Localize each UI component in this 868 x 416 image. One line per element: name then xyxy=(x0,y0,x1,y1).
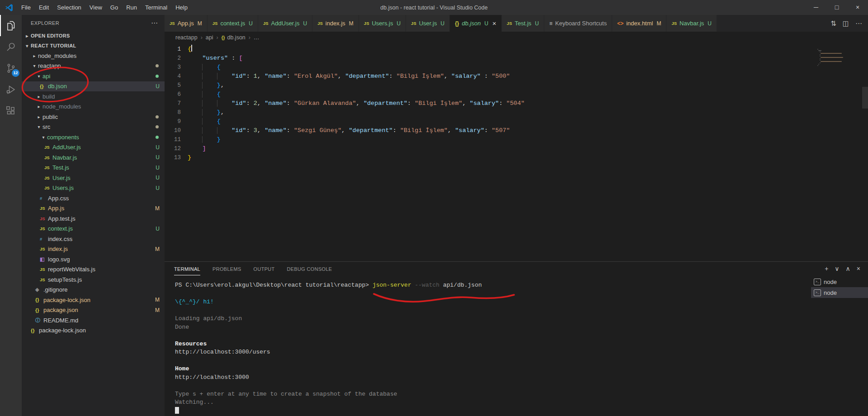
tree-item-navbar-js[interactable]: JSNavbar.jsU xyxy=(22,152,165,163)
menu-file[interactable]: File xyxy=(17,0,35,15)
breadcrumb-reactapp[interactable]: reactapp xyxy=(175,34,198,41)
code-line[interactable]: 1{ xyxy=(165,45,868,54)
tree-item-reactapp[interactable]: ▾reactapp xyxy=(22,61,165,71)
compare-changes-icon[interactable]: ⇅ xyxy=(827,19,840,28)
breadcrumb-db-json[interactable]: db.json xyxy=(227,34,245,41)
explorer-activity-icon[interactable] xyxy=(0,15,22,36)
split-editor-icon[interactable]: ◫ xyxy=(840,19,852,28)
tree-item-test-js[interactable]: JSTest.jsU xyxy=(22,163,165,173)
close-icon[interactable]: × xyxy=(492,19,496,27)
menu-help[interactable]: Help xyxy=(171,0,192,15)
tab-keyboard-shortcuts[interactable]: ≡Keyboard Shortcuts xyxy=(544,15,612,32)
tree-item-node-modules[interactable]: ▸node_modules xyxy=(22,102,165,112)
tree-item-app-js[interactable]: JSApp.jsM xyxy=(22,203,165,214)
new-terminal-button[interactable]: + xyxy=(821,265,831,272)
source-control-activity-icon[interactable]: 12 xyxy=(0,57,22,79)
tab-users-js[interactable]: JSUsers.jsU xyxy=(359,15,406,32)
minimap[interactable] xyxy=(817,49,861,66)
minimap-line xyxy=(821,57,843,58)
extensions-activity-icon[interactable] xyxy=(0,100,22,121)
panel-tab-output[interactable]: OUTPUT xyxy=(254,262,275,275)
tab-adduser-js[interactable]: JSAddUser.jsU xyxy=(258,15,312,32)
search-activity-icon[interactable] xyxy=(0,36,22,57)
code-line[interactable]: 13} xyxy=(165,153,868,162)
terminal-line: http://localhost:3000 xyxy=(175,373,811,382)
minimap-line xyxy=(817,49,818,50)
panel-tab-problems[interactable]: PROBLEMS xyxy=(212,262,241,275)
tree-item-index-js[interactable]: JSindex.jsM xyxy=(22,244,165,255)
breadcrumb-[interactable]: … xyxy=(254,34,259,41)
tree-item-gitignore[interactable]: ◈.gitignore xyxy=(22,285,165,295)
tab-navbar-js[interactable]: JSNavbar.jsU xyxy=(666,15,717,32)
window-maximize-button[interactable]: □ xyxy=(826,0,847,15)
menu-edit[interactable]: Edit xyxy=(35,0,53,15)
tab-status-badge: U xyxy=(303,20,307,27)
code-line[interactable]: 5 }, xyxy=(165,81,868,90)
menu-terminal[interactable]: Terminal xyxy=(141,0,171,15)
tree-item-users-js[interactable]: JSUsers.jsU xyxy=(22,183,165,194)
js-icon: JS xyxy=(170,21,175,26)
close-panel-button[interactable]: × xyxy=(854,265,863,272)
run-debug-activity-icon[interactable] xyxy=(0,79,22,100)
code-line[interactable]: 8 }, xyxy=(165,108,868,117)
terminal-instance-node[interactable]: >_node xyxy=(811,287,868,298)
tree-item-label: reactapp xyxy=(38,62,61,69)
panel-tab-debug-console[interactable]: DEBUG CONSOLE xyxy=(287,262,332,275)
menu-selection[interactable]: Selection xyxy=(53,0,85,15)
code-line[interactable]: 7 "id": 2, "name": "Gürkan Alavanda", "d… xyxy=(165,99,868,108)
breadcrumb-api[interactable]: api xyxy=(206,34,213,41)
tree-item-package-json[interactable]: {}package.jsonM xyxy=(22,305,165,316)
code-line[interactable]: 3 { xyxy=(165,63,868,72)
tree-item-setuptests-js[interactable]: JSsetupTests.js xyxy=(22,274,165,285)
code-line[interactable]: 9 { xyxy=(165,117,868,126)
tree-item-db-json[interactable]: {}db.jsonU xyxy=(22,81,165,92)
tree-item-logo-svg[interactable]: ◧logo.svg xyxy=(22,254,165,265)
tab-app-js[interactable]: JSApp.jsM xyxy=(165,15,207,32)
tree-item-package-lock-json[interactable]: {}package-lock.jsonM xyxy=(22,295,165,305)
window-close-button[interactable]: × xyxy=(847,0,868,15)
tree-item-reportwebvitals-js[interactable]: JSreportWebVitals.js xyxy=(22,265,165,275)
tab-user-js[interactable]: JSUser.jsU xyxy=(406,15,449,32)
tree-item-context-js[interactable]: JScontext.jsU xyxy=(22,224,165,234)
editor-scrollbar[interactable] xyxy=(862,87,868,109)
code-line[interactable]: 4 "id": 1, "name": "Erol Akgül", "depart… xyxy=(165,72,868,81)
maximize-panel-button[interactable]: ∧ xyxy=(843,265,854,272)
tab-test-js[interactable]: JSTest.jsU xyxy=(502,15,544,32)
terminal-instance-node[interactable]: >_node xyxy=(811,276,868,287)
menu-view[interactable]: View xyxy=(85,0,106,15)
code-line[interactable]: 2 "users" : [ xyxy=(165,54,868,63)
code-line[interactable]: 11 } xyxy=(165,135,868,144)
tab-index-html[interactable]: <>index.htmlM xyxy=(612,15,666,32)
tree-item-user-js[interactable]: JSUser.jsU xyxy=(22,173,165,183)
menu-go[interactable]: Go xyxy=(106,0,122,15)
tab-db-json[interactable]: {}db.jsonU× xyxy=(450,15,501,32)
tree-item-index-css[interactable]: #index.css xyxy=(22,234,165,244)
tree-item-package-lock-json[interactable]: {}package-lock.json xyxy=(22,326,165,336)
project-root-section[interactable]: ▾ REACT TUTORIAL xyxy=(22,41,165,51)
tree-item-public[interactable]: ▸public xyxy=(22,112,165,122)
tree-item-adduser-js[interactable]: JSAddUser.jsU xyxy=(22,142,165,153)
tree-item-src[interactable]: ▾src xyxy=(22,122,165,132)
minimap-line xyxy=(820,54,821,55)
tree-item-build[interactable]: ▸build xyxy=(22,91,165,102)
panel-tab-terminal[interactable]: TERMINAL xyxy=(174,262,200,275)
terminal-output[interactable]: PS C:\Users\erol.akgul\Desktop\react tut… xyxy=(165,275,811,416)
code-line[interactable]: 6 { xyxy=(165,90,868,99)
tree-item-app-css[interactable]: #App.css xyxy=(22,193,165,203)
tab-index-js[interactable]: JSindex.jsM xyxy=(312,15,359,32)
more-actions-icon[interactable]: ⋯ xyxy=(852,19,865,28)
tree-item-components[interactable]: ▾components xyxy=(22,132,165,142)
tree-item-node-modules[interactable]: ▸node_modules xyxy=(22,51,165,61)
tree-item-readme-md[interactable]: ⓘREADME.md xyxy=(22,315,165,326)
tree-item-api[interactable]: ▾api xyxy=(22,71,165,81)
window-minimize-button[interactable]: ─ xyxy=(806,0,826,15)
code-line[interactable]: 12 ] xyxy=(165,144,868,153)
explorer-more-actions-icon[interactable]: ⋯ xyxy=(151,19,158,27)
tab-context-js[interactable]: JScontext.jsU xyxy=(208,15,258,32)
code-line[interactable]: 10 "id": 3, "name": "Sezgi Güneş", "depa… xyxy=(165,126,868,135)
tree-item-app-test-js[interactable]: JSApp.test.js xyxy=(22,213,165,224)
code-editor[interactable]: 1{2 "users" : [3 {4 "id": 1, "name": "Er… xyxy=(165,43,868,261)
menu-run[interactable]: Run xyxy=(122,0,141,15)
open-editors-section[interactable]: ▸ OPEN EDITORS xyxy=(22,31,165,41)
terminal-profile-dropdown[interactable]: ∨ xyxy=(831,265,842,272)
